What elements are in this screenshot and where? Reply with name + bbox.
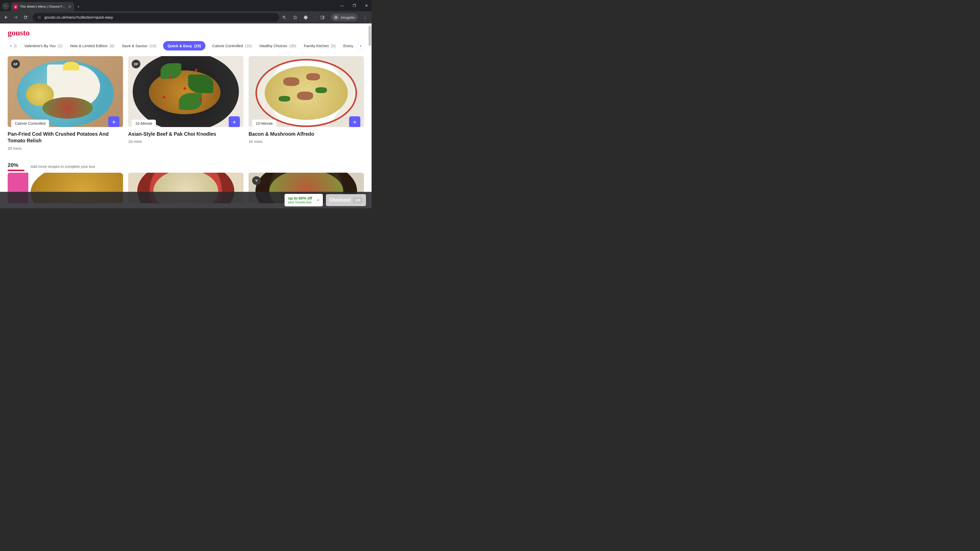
recipe-image: 10-Minute +	[248, 56, 364, 127]
search-icon[interactable]	[282, 15, 290, 20]
progress-row: 20% Add more recipes to complete your bo…	[8, 162, 364, 171]
browser-titlebar: g This Week's Menu | Choose Fro… ✕ + ― ❐…	[0, 0, 372, 11]
promo-subtitle: your Gousto box	[288, 200, 312, 204]
brand-logo[interactable]: gousto	[8, 28, 30, 38]
incognito-label: Incognito	[341, 16, 355, 19]
svg-rect-1	[323, 16, 324, 19]
close-window-icon[interactable]: ✕	[363, 3, 370, 8]
close-icon[interactable]: ✕	[68, 4, 72, 9]
recipe-title: Pan-Fried Cod With Crushed Potatoes And …	[8, 130, 123, 144]
recipe-title: Asian-Style Beef & Pak Choi Noodles	[128, 130, 243, 137]
recipe-chip: 10-Minute	[252, 120, 277, 127]
browser-tab[interactable]: g This Week's Menu | Choose Fro… ✕	[11, 2, 74, 11]
forward-button[interactable]	[12, 13, 20, 21]
reload-button[interactable]	[21, 13, 30, 21]
filter-pill-valentines[interactable]: Valentine's By You (2)	[23, 41, 63, 50]
add-recipe-button[interactable]: +	[349, 116, 360, 127]
recipe-chip: 10-Minute	[132, 120, 156, 127]
filter-pill-calorie[interactable]: Calorie Controlled (15)	[211, 41, 253, 50]
category-filters: 6) Valentine's By You (2) New & Limited …	[8, 41, 364, 51]
filter-pill-save-savour[interactable]: Save & Savour (10)	[121, 41, 158, 50]
page-viewport: gousto 6) Valentine's By You (2) New & L…	[0, 24, 372, 208]
diet-badge: DF	[132, 60, 140, 68]
recipe-image: GF Calorie Controlled +	[8, 56, 123, 127]
recipe-grid: GF Calorie Controlled + Pan-Fried Cod Wi…	[8, 56, 364, 151]
filter-pill-healthy[interactable]: Healthy Choices (35)	[258, 41, 297, 50]
url-text: gousto.co.uk/menu?collection=quick-easy	[45, 15, 113, 19]
add-recipe-button[interactable]: +	[108, 116, 119, 127]
promo-banner[interactable]: up to 60% off your Gousto box	[285, 194, 323, 206]
filter-pill-new-limited[interactable]: New & Limited Edition (8)	[69, 41, 115, 50]
scrollbar-thumb[interactable]	[369, 25, 371, 46]
diet-badge: V	[252, 176, 261, 185]
recipe-title: Bacon & Mushroom Alfredo	[248, 130, 364, 137]
menu-icon[interactable]: ⋮	[361, 15, 369, 20]
recipe-card[interactable]: GF Calorie Controlled + Pan-Fried Cod Wi…	[8, 56, 123, 151]
arrow-left-icon	[4, 15, 8, 20]
toolbar-right: Incognito ⋮	[282, 14, 369, 21]
progress-bar	[8, 170, 24, 171]
arrow-right-icon	[14, 15, 18, 20]
checkout-button[interactable]: Checkout 1/5	[326, 194, 366, 206]
add-recipe-button[interactable]: +	[229, 116, 240, 127]
progress-text: Add more recipes to complete your box	[30, 165, 95, 168]
recipe-image: DF 10-Minute +	[128, 56, 243, 127]
incognito-icon	[333, 14, 339, 20]
chevron-down-icon	[4, 4, 7, 8]
chevron-right-icon	[359, 44, 363, 48]
checkout-counter: 1/5	[353, 197, 363, 203]
maximize-icon[interactable]: ❐	[351, 3, 358, 8]
sidepanel-icon[interactable]	[320, 15, 328, 20]
recipe-meta: 10 mins	[248, 139, 364, 144]
filter-pill-quick-easy[interactable]: Quick & Easy (23)	[163, 41, 206, 51]
site-settings-icon[interactable]	[36, 14, 42, 20]
tab-search-button[interactable]	[2, 3, 9, 10]
filters-scroll-right[interactable]	[357, 42, 364, 49]
incognito-badge[interactable]: Incognito	[331, 14, 358, 21]
recipe-card[interactable]: 10-Minute + Bacon & Mushroom Alfredo 10 …	[248, 56, 364, 151]
favicon-icon: g	[13, 4, 18, 9]
new-tab-button[interactable]: +	[74, 4, 83, 11]
recipe-meta: 10 mins	[128, 139, 243, 144]
filter-pill-family[interactable]: Family Kitchen (5)	[303, 41, 337, 50]
chevron-up-icon	[316, 198, 320, 202]
recipe-card[interactable]: DF 10-Minute + Asian-Style Beef & Pak Ch…	[128, 56, 243, 151]
reload-icon	[23, 15, 28, 20]
back-button[interactable]	[2, 13, 10, 21]
address-bar[interactable]: gousto.co.uk/menu?collection=quick-easy	[33, 13, 279, 22]
chevron-left-icon	[9, 44, 13, 48]
filter-pill-truncated-right[interactable]: Every	[342, 41, 354, 50]
recipe-meta: 20 mins	[8, 146, 123, 151]
tab-title: This Week's Menu | Choose Fro…	[20, 5, 66, 8]
browser-toolbar: gousto.co.uk/menu?collection=quick-easy …	[0, 11, 372, 24]
minimize-icon[interactable]: ―	[339, 3, 345, 8]
extensions-icon[interactable]	[304, 15, 311, 20]
diet-badge: GF	[11, 60, 20, 68]
recipe-chip: Calorie Controlled	[11, 120, 49, 127]
progress-percent: 20%	[8, 162, 24, 168]
window-controls: ― ❐ ✕	[339, 0, 370, 11]
checkout-bar: up to 60% off your Gousto box Checkout 1…	[0, 192, 372, 208]
promo-title: up to 60% off	[288, 196, 312, 200]
toolbar-divider	[315, 14, 316, 20]
progress-fill	[8, 170, 24, 171]
bookmark-icon[interactable]	[293, 15, 300, 20]
checkout-label: Checkout	[329, 197, 350, 203]
